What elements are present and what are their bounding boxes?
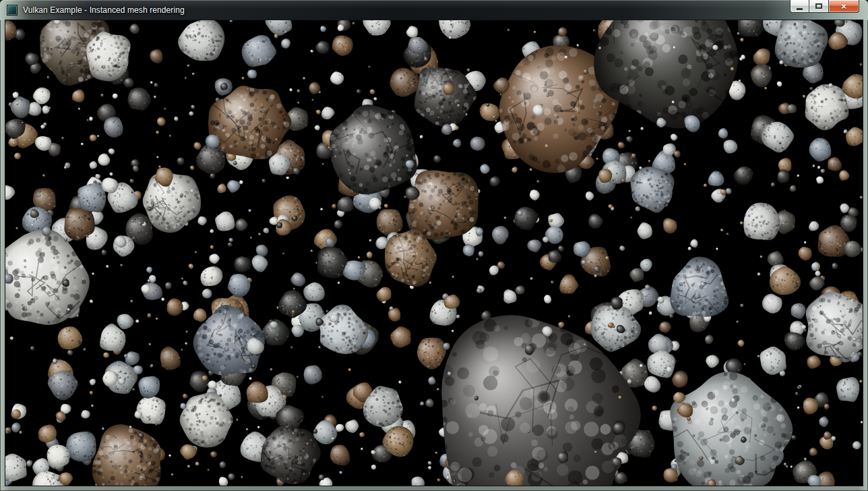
window-title: Vulkan Example - Instanced mesh renderin…: [23, 5, 185, 15]
close-icon: ×: [841, 1, 846, 12]
window-titlebar[interactable]: Vulkan Example - Instanced mesh renderin…: [0, 0, 868, 20]
render-viewport[interactable]: [5, 20, 863, 486]
maximize-button[interactable]: [809, 0, 829, 13]
window-controls: ×: [790, 0, 859, 13]
minimize-icon: [797, 8, 803, 10]
minimize-button[interactable]: [790, 0, 809, 13]
maximize-icon: [815, 3, 822, 9]
app-window: Vulkan Example - Instanced mesh renderin…: [0, 0, 868, 491]
close-button[interactable]: ×: [829, 0, 859, 13]
render-area: [5, 20, 863, 486]
app-icon[interactable]: [7, 5, 18, 16]
